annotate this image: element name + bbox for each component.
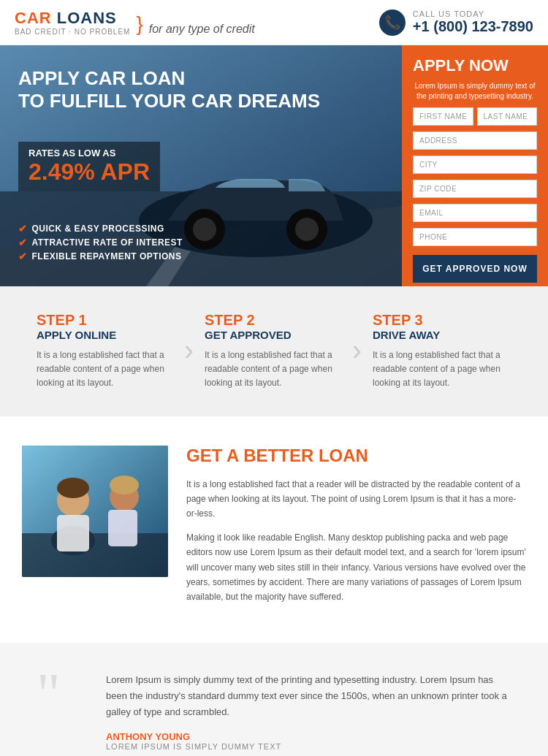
testimonial-content: Lorem Ipsum is simply dummy text of the …: [106, 672, 511, 751]
logo-title: CAR LOANS: [15, 9, 130, 28]
step-2-desc: It is a long established fact that a rea…: [205, 348, 343, 391]
phone-icon: 📞: [379, 9, 406, 36]
step-1-desc: It is a long established fact that a rea…: [37, 348, 175, 391]
apr-rate: 2.49% APR: [28, 159, 150, 186]
logo-tagline: for any type of credit: [149, 23, 255, 36]
logo-subtitle: BAD CREDIT · NO PROBLEM: [15, 28, 130, 36]
apply-now-title: APPLY NOW: [413, 56, 537, 75]
hero-title: APPLY CAR LOAN TO FULFILL YOUR CAR DREAM…: [18, 67, 384, 112]
hero-rate-box: Rates as low as 2.49% APR: [18, 142, 160, 191]
hero-features: ✔ QUICK & EASY PROCESSING ✔ ATTRACTIVE R…: [18, 221, 384, 264]
name-row: [413, 107, 537, 126]
step-2-title: GET APPROVED: [205, 329, 343, 341]
city-input[interactable]: [413, 156, 537, 174]
get-approved-button[interactable]: GET APPROVED NOW: [413, 255, 537, 283]
rates-label: Rates as low as: [28, 148, 150, 159]
better-loan-content: GET A BETTER LOAN It is a long establish…: [186, 446, 526, 614]
quote-icon: ": [37, 665, 88, 723]
check-icon-1: ✔: [18, 223, 28, 234]
better-loan-image: [22, 446, 168, 577]
step-2-number: STEP 2: [205, 312, 343, 329]
logo-area: CAR LOANS BAD CREDIT · NO PROBLEM } for …: [15, 9, 255, 36]
testimonial-section: " Lorem Ipsum is simply dummy text of th…: [0, 643, 548, 756]
svg-rect-10: [22, 533, 168, 577]
svg-rect-14: [108, 510, 137, 546]
step-1-number: STEP 1: [37, 312, 175, 329]
step-3: STEP 3 DRIVE AWAY It is a long establish…: [358, 312, 526, 391]
step-3-desc: It is a long established fact that a rea…: [373, 348, 511, 391]
feature-3: ✔ FLEXIBLE REPAYMENT OPTIONS: [18, 251, 384, 262]
better-loan-title: GET A BETTER LOAN: [186, 446, 526, 466]
feature-1: ✔ QUICK & EASY PROCESSING: [18, 223, 384, 234]
logo-brace: }: [136, 12, 142, 36]
apply-now-desc: Lorem Ipsum is simply dummy text of the …: [413, 81, 537, 102]
hero-section: APPLY CAR LOAN TO FULFILL YOUR CAR DREAM…: [0, 45, 548, 286]
last-name-input[interactable]: [477, 107, 538, 126]
phone-input[interactable]: [413, 228, 537, 246]
step-3-title: DRIVE AWAY: [373, 329, 511, 341]
better-loan-section: GET A BETTER LOAN It is a long establish…: [0, 416, 548, 643]
better-loan-para1: It is a long established fact that a rea…: [186, 477, 526, 522]
call-area: 📞 CALL US TODAY +1 (800) 123-7890: [379, 9, 533, 36]
svg-point-15: [57, 478, 89, 498]
zip-input[interactable]: [413, 180, 537, 198]
email-input[interactable]: [413, 204, 537, 222]
phone-number: +1 (800) 123-7890: [413, 18, 533, 35]
step-1-title: APPLY ONLINE: [37, 329, 175, 341]
testimonial-role: LOREM IPSUM IS SIMPLY DUMMY TEXT: [106, 742, 511, 751]
check-icon-2: ✔: [18, 237, 28, 248]
header: CAR LOANS BAD CREDIT · NO PROBLEM } for …: [0, 0, 548, 45]
steps-section: STEP 1 APPLY ONLINE It is a long establi…: [0, 286, 548, 416]
testimonial-author: ANTHONY YOUNG: [106, 731, 511, 742]
feature-2: ✔ ATTRACTIVE RATE OF INTEREST: [18, 237, 384, 248]
first-name-input[interactable]: [413, 107, 473, 126]
call-label: CALL US TODAY: [413, 9, 533, 18]
testimonial-text: Lorem Ipsum is simply dummy text of the …: [106, 672, 511, 720]
svg-rect-12: [57, 515, 89, 551]
step-2: STEP 2 GET APPROVED It is a long establi…: [190, 312, 358, 391]
hero-left: APPLY CAR LOAN TO FULFILL YOUR CAR DREAM…: [0, 45, 402, 286]
step-1: STEP 1 APPLY ONLINE It is a long establi…: [22, 312, 190, 391]
check-icon-3: ✔: [18, 251, 28, 262]
step-3-number: STEP 3: [373, 312, 511, 329]
apply-form-panel: APPLY NOW Lorem Ipsum is simply dummy te…: [402, 45, 548, 286]
better-loan-para2: Making it look like readable English. Ma…: [186, 530, 526, 605]
svg-point-16: [110, 476, 139, 495]
address-input[interactable]: [413, 131, 537, 150]
